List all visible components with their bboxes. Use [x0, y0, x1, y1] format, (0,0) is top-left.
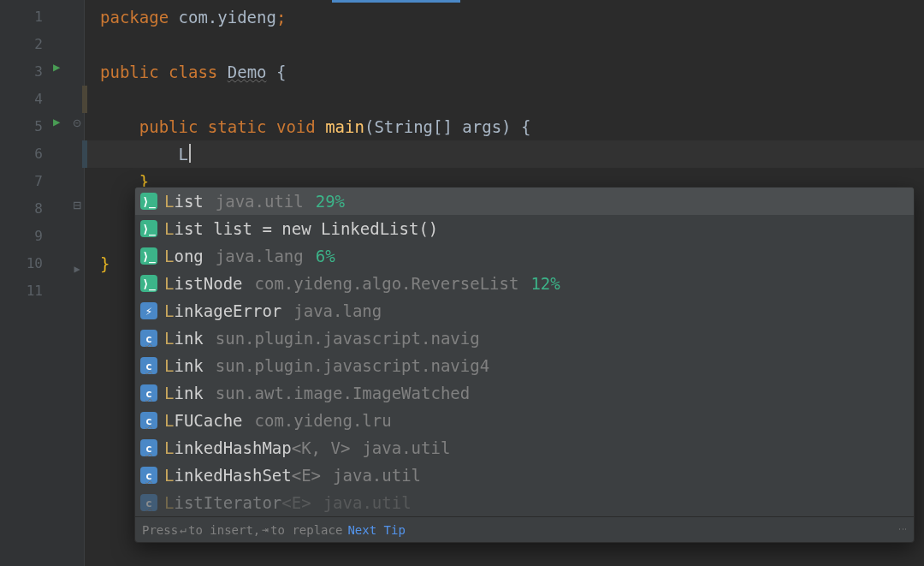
class-icon: c: [140, 357, 157, 374]
run-icon[interactable]: ▶: [53, 60, 60, 74]
completion-context: java.lang: [293, 301, 382, 320]
package-name: com.yideng: [169, 8, 276, 27]
completion-item[interactable]: cLinksun.plugin.javascript.navig: [135, 325, 914, 352]
line-number: 7: [0, 168, 51, 195]
typed-text: L: [179, 145, 188, 164]
ai-suggest-icon: ⟩_: [140, 247, 157, 265]
key-enter-icon: ↵: [178, 523, 188, 536]
ai-suggest-icon: ⟩_: [140, 275, 157, 292]
code-editor[interactable]: 1234567891011 ▶ ▶ ⊝ ⊟ ▶ package com.yide…: [0, 0, 924, 566]
completion-context: java.util: [333, 466, 421, 485]
completion-context: com.yideng.lru: [255, 411, 392, 430]
semicolon: ;: [276, 8, 286, 27]
completion-label: Link: [164, 329, 204, 348]
completion-percent: 12%: [530, 274, 560, 293]
completion-item[interactable]: ⟩_Longjava.lang6%: [135, 242, 914, 270]
class-icon: c: [140, 467, 157, 484]
line-number: 8: [0, 195, 51, 223]
key-tab-icon: ⇥: [260, 523, 270, 536]
run-icon[interactable]: ▶: [53, 115, 60, 128]
completion-item[interactable]: cListIterator<E>java.util: [135, 489, 914, 516]
brace: {: [267, 63, 287, 81]
completion-item[interactable]: cLinksun.plugin.javascript.navig4: [135, 352, 914, 379]
completion-list[interactable]: ⟩_Listjava.util29%⟩_List list = new Link…: [135, 188, 914, 516]
hint-text: to insert,: [188, 523, 260, 537]
completion-item[interactable]: ⟩_ListNodecom.yideng.algo.ReverseList12%: [135, 270, 914, 297]
ai-suggest-icon: ⟩_: [140, 220, 157, 237]
completion-label: Link: [164, 384, 204, 402]
modified-marker: [82, 140, 87, 168]
code-line[interactable]: [85, 86, 924, 113]
class-icon: c: [140, 412, 157, 429]
completion-item[interactable]: cLinkedHashSet<E>java.util: [135, 462, 914, 489]
line-number: 2: [0, 31, 51, 58]
line-number: 6: [0, 140, 51, 168]
gutter-run-column: ▶ ▶: [51, 0, 70, 566]
line-number: 9: [0, 223, 51, 250]
completion-percent: 29%: [316, 192, 345, 211]
method-name: main: [325, 117, 364, 136]
class-icon: c: [140, 439, 157, 456]
completion-context: java.util: [216, 192, 304, 211]
completion-label: LinkedHashSet<E>: [164, 466, 321, 485]
modified-marker: [82, 86, 87, 113]
hint-text: to replace: [270, 523, 342, 537]
code-line[interactable]: public class Demo {: [85, 58, 924, 86]
class-name: Demo: [228, 63, 267, 81]
completion-label: Link: [164, 356, 204, 375]
line-number: 5: [0, 113, 51, 140]
fold-end-icon[interactable]: ⊟: [70, 199, 84, 212]
class-icon: c: [140, 330, 157, 347]
completion-label: ListNode: [164, 274, 243, 293]
completion-item[interactable]: ⟩_List list = new LinkedList(): [135, 215, 914, 242]
code-line[interactable]: [85, 31, 924, 58]
completion-label: Long: [164, 247, 204, 265]
completion-label: ListIterator<E>: [164, 493, 311, 512]
completion-item[interactable]: cLinksun.awt.image.ImageWatched: [135, 379, 914, 407]
fold-start-icon[interactable]: ⊝: [70, 116, 84, 130]
completion-item[interactable]: ⟩_Listjava.util29%: [135, 188, 914, 215]
line-number: 10: [0, 250, 51, 277]
keyword: public: [139, 117, 198, 136]
line-number: 11: [0, 277, 51, 305]
completion-label: LinkageError: [164, 301, 281, 320]
keyword: static: [208, 117, 267, 136]
keyword: class: [169, 63, 217, 81]
bolt-icon: ⚡: [140, 302, 157, 319]
completion-context: sun.plugin.javascript.navig4: [216, 356, 489, 375]
completion-context: sun.plugin.javascript.navig: [216, 329, 480, 348]
class-icon: c: [140, 494, 157, 511]
completion-context: com.yideng.algo.ReverseList: [255, 274, 519, 293]
completion-label: List: [164, 192, 204, 211]
completion-label: List list = new LinkedList(): [164, 219, 438, 238]
keyword: package: [100, 8, 169, 27]
fold-collapsed-icon[interactable]: ▶: [70, 262, 84, 276]
completion-hint-bar: Press ↵ to insert, ⇥ to replace Next Tip…: [135, 516, 914, 542]
line-number: 1: [0, 3, 51, 31]
completion-context: sun.awt.image.ImageWatched: [216, 384, 470, 402]
parameters: (String[] args) {: [364, 117, 530, 136]
gutter-line-numbers: 1234567891011: [0, 0, 51, 566]
completion-item[interactable]: cLinkedHashMap<K, V>java.util: [135, 434, 914, 462]
code-line[interactable]: package com.yideng;: [85, 3, 924, 31]
line-number: 4: [0, 86, 51, 113]
completion-item[interactable]: cLFUCachecom.yideng.lru: [135, 407, 914, 434]
code-line[interactable]: public static void main(String[] args) {: [85, 113, 924, 140]
next-tip-link[interactable]: Next Tip: [347, 523, 405, 537]
completion-context: java.util: [362, 438, 450, 457]
brace: }: [100, 254, 110, 273]
completion-context: java.lang: [216, 247, 304, 265]
completion-label: LinkedHashMap<K, V>: [164, 438, 350, 457]
hint-text: Press: [142, 523, 178, 537]
code-line-current[interactable]: L: [85, 140, 924, 168]
more-icon[interactable]: ⋮: [898, 525, 907, 535]
caret: [189, 144, 191, 163]
completion-item[interactable]: ⚡LinkageErrorjava.lang: [135, 297, 914, 325]
completion-label: LFUCache: [164, 411, 243, 430]
line-number: 3: [0, 58, 51, 86]
completion-context: java.util: [323, 493, 412, 512]
keyword: public: [100, 63, 159, 81]
completion-popup[interactable]: ⟩_Listjava.util29%⟩_List list = new Link…: [134, 187, 915, 543]
keyword: void: [276, 117, 316, 136]
completion-percent: 6%: [316, 247, 335, 265]
